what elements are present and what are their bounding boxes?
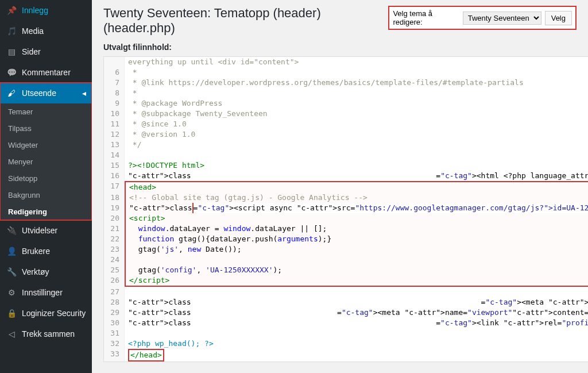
brush-icon: 🖌: [6, 87, 17, 99]
chevron-left-icon: ◂: [82, 89, 86, 98]
line-number: 12: [104, 129, 125, 140]
line-number: 31: [104, 328, 125, 339]
code-content[interactable]: [125, 287, 588, 297]
theme-selector-label: Velg tema å redigere:: [393, 9, 459, 26]
line-number: 32: [104, 339, 125, 349]
code-content[interactable]: * @package WordPress: [125, 98, 588, 109]
editor-column: everything up until <div id="content">6 …: [103, 56, 588, 373]
plugin-icon: 🔌: [6, 225, 17, 236]
code-content[interactable]: window.dataLayer = window.dataLayer || […: [125, 224, 588, 234]
menu-tools[interactable]: 🔧Verktøy: [0, 262, 92, 282]
menu-plugins[interactable]: 🔌Utvidelser: [0, 220, 92, 241]
menu-collapse[interactable]: ◁Trekk sammen: [0, 324, 92, 344]
line-number: 9: [104, 98, 125, 109]
submenu-header[interactable]: Sidetopp: [0, 170, 92, 187]
media-icon: 🎵: [6, 25, 17, 37]
line-number: 21: [104, 224, 125, 234]
code-content[interactable]: </head>: [125, 349, 588, 362]
code-content[interactable]: *: [125, 88, 588, 98]
line-number: 25: [104, 265, 125, 275]
line-number: 26: [104, 275, 125, 287]
main-content: Twenty Seventeen: Tematopp (header) (hea…: [92, 0, 588, 373]
line-number: 19: [104, 203, 125, 213]
line-number: 11: [104, 119, 125, 129]
line-number: 13: [104, 140, 125, 150]
code-content[interactable]: [125, 328, 588, 339]
code-content[interactable]: <head>: [125, 181, 588, 193]
line-number: [104, 57, 125, 67]
line-number: 33: [104, 349, 125, 362]
menu-loginizer[interactable]: 🔒Loginizer Security: [0, 303, 92, 324]
menu-settings[interactable]: ⚙Innstillinger: [0, 282, 92, 303]
code-content[interactable]: * @since 1.0: [125, 119, 588, 129]
appearance-submenu: Temaer Tilpass Widgeter Menyer Sidetopp …: [0, 103, 92, 220]
code-content[interactable]: "c-attr">class: [125, 307, 337, 318]
user-icon: 👤: [6, 245, 17, 257]
code-content[interactable]: gtag('config', 'UA-1250XXXXXX');: [125, 265, 588, 275]
comment-icon: 💬: [6, 67, 17, 78]
line-number: 29: [104, 307, 125, 318]
submenu-widgets[interactable]: Widgeter: [0, 137, 92, 153]
menu-pages[interactable]: ▤Sider: [0, 41, 92, 62]
code-content[interactable]: <!-- Global site tag (gtag.js) - Google …: [125, 193, 588, 203]
line-number: 16: [104, 171, 125, 181]
line-number: 27: [104, 287, 125, 297]
theme-select[interactable]: Twenty Seventeen: [463, 11, 541, 25]
code-content[interactable]: </script>: [125, 275, 588, 287]
code-content[interactable]: *: [125, 67, 588, 78]
content-subtitle: Utvalgt filinnhold:: [103, 43, 577, 52]
submenu-editor[interactable]: Redigering: [0, 203, 92, 220]
highlighted-section: 🖌Utseende◂ Temaer Tilpass Widgeter Menye…: [0, 83, 92, 220]
collapse-icon: ◁: [6, 328, 17, 340]
line-number: 17: [104, 181, 125, 193]
line-number: 8: [104, 88, 125, 98]
line-number: 24: [104, 255, 125, 265]
menu-posts[interactable]: 📌Innlegg: [0, 0, 92, 21]
code-content[interactable]: * @subpackage Twenty_Seventeen: [125, 109, 588, 119]
code-content[interactable]: [125, 150, 588, 160]
line-number: 18: [104, 193, 125, 203]
code-content[interactable]: <?php wp_head(); ?>: [125, 339, 588, 349]
page-header: Twenty Seventeen: Tematopp (header) (hea…: [103, 6, 577, 36]
line-number: 22: [104, 234, 125, 244]
pin-icon: 📌: [6, 5, 17, 16]
line-number: 28: [104, 297, 125, 307]
submenu-customize[interactable]: Tilpass: [0, 120, 92, 137]
code-content[interactable]: "c-attr">class: [125, 203, 194, 213]
code-content[interactable]: * @version 1.0: [125, 129, 588, 140]
editor-wrap: everything up until <div id="content">6 …: [103, 56, 577, 373]
menu-users[interactable]: 👤Brukere: [0, 241, 92, 262]
menu-appearance[interactable]: 🖌Utseende◂: [0, 83, 92, 103]
line-number: 30: [104, 318, 125, 328]
code-content[interactable]: "c-attr">class: [125, 171, 436, 181]
line-number: 10: [104, 109, 125, 119]
code-content[interactable]: "c-attr">class: [125, 318, 436, 328]
lock-icon: 🔒: [6, 307, 17, 319]
code-content[interactable]: <script>: [125, 213, 588, 224]
code-content[interactable]: * @link https://developer.wordpress.org/…: [125, 78, 588, 88]
line-number: 20: [104, 213, 125, 224]
menu-comments[interactable]: 💬Kommentarer: [0, 62, 92, 83]
select-button[interactable]: Velg: [545, 11, 572, 25]
submenu-menus[interactable]: Menyer: [0, 153, 92, 170]
line-number: 7: [104, 78, 125, 88]
submenu-background[interactable]: Bakgrunn: [0, 187, 92, 203]
line-number: 14: [104, 150, 125, 160]
menu-media[interactable]: 🎵Media: [0, 21, 92, 41]
line-number: 23: [104, 244, 125, 255]
code-content[interactable]: ?><!DOCTYPE html>: [125, 160, 588, 171]
line-number: 15: [104, 160, 125, 171]
code-content[interactable]: gtag('js', new Date());: [125, 244, 588, 255]
code-content[interactable]: "c-attr">class: [125, 297, 481, 307]
code-content[interactable]: */: [125, 140, 588, 150]
theme-selector: Velg tema å redigere: Twenty Seventeen V…: [388, 6, 577, 30]
wrench-icon: 🔧: [6, 266, 17, 278]
code-editor[interactable]: everything up until <div id="content">6 …: [103, 56, 588, 362]
code-content[interactable]: [125, 255, 588, 265]
admin-sidebar: 📌Innlegg 🎵Media ▤Sider 💬Kommentarer 🖌Uts…: [0, 0, 92, 373]
code-content[interactable]: function gtag(){dataLayer.push(arguments…: [125, 234, 588, 244]
page-title: Twenty Seventeen: Tematopp (header) (hea…: [103, 6, 388, 36]
submenu-themes[interactable]: Temaer: [0, 103, 92, 120]
line-number: 6: [104, 67, 125, 78]
code-content[interactable]: everything up until <div id="content">: [125, 57, 588, 67]
